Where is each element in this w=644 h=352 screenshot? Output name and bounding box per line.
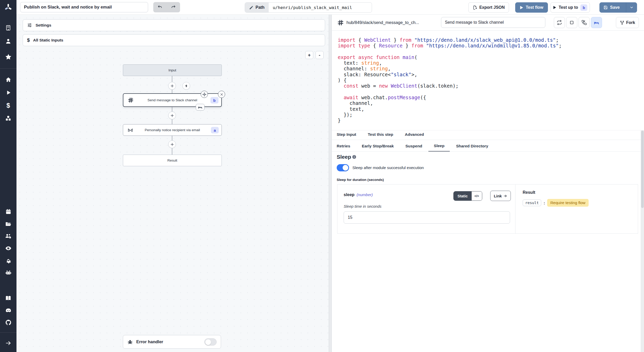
user-icon xyxy=(5,38,12,45)
insert-trigger-button[interactable] xyxy=(182,82,190,90)
save-label: Save xyxy=(610,5,620,10)
edit-path-button[interactable]: Path xyxy=(245,3,269,12)
step-tabs: Step Input Test this step Advanced xyxy=(332,130,641,140)
sleep-toggle[interactable] xyxy=(337,164,349,171)
early-stop-icon-button[interactable] xyxy=(566,17,577,28)
path-value[interactable]: u/henri/publish_slack_wait_mail xyxy=(269,3,372,12)
sidebar-item-schedules[interactable] xyxy=(0,206,16,217)
retries-icon-button[interactable] xyxy=(554,17,565,28)
sidebar-item-workspace[interactable] xyxy=(0,23,16,33)
flow-settings-button[interactable]: Settings xyxy=(23,19,325,31)
sliders-icon xyxy=(27,23,32,28)
hub-script-path[interactable]: hub/849/slack/send_message_to_ch... xyxy=(346,20,419,25)
lightning-icon xyxy=(184,84,188,88)
sidebar-item-audit-logs[interactable] xyxy=(0,243,16,253)
play-icon xyxy=(553,6,556,9)
input-node[interactable]: Input xyxy=(123,64,222,76)
save-button[interactable]: Save xyxy=(600,3,624,12)
bug-icon xyxy=(127,339,133,345)
export-json-button[interactable]: Export JSON xyxy=(468,2,509,13)
tab-retries[interactable]: Retries xyxy=(337,144,350,148)
result-heading: Result xyxy=(523,190,535,195)
field-description: Sleep time in seconds xyxy=(344,204,382,208)
insert-step-button[interactable] xyxy=(168,112,176,119)
fork-button[interactable]: Fork xyxy=(616,17,639,28)
link-button[interactable]: Link xyxy=(490,191,511,201)
edge xyxy=(172,136,172,140)
top-bar: Path u/henri/publish_slack_wait_mail Exp… xyxy=(0,0,644,15)
close-icon xyxy=(220,93,223,96)
file-export-icon xyxy=(473,5,477,10)
folder-open-icon xyxy=(5,221,12,227)
flow-title-input[interactable] xyxy=(20,2,148,12)
redo-button[interactable] xyxy=(167,2,180,12)
sidebar-item-groups[interactable] xyxy=(0,231,16,241)
suspend-icon-button[interactable] xyxy=(579,17,590,28)
sidebar-item-favorites[interactable] xyxy=(0,52,16,62)
sidebar-item-runs[interactable] xyxy=(0,87,16,98)
all-static-inputs-button[interactable]: $ All Static Inputs xyxy=(23,34,325,46)
sidebar-item-docs[interactable] xyxy=(0,293,16,303)
result-colon: : xyxy=(544,201,545,205)
sleep-heading: Sleep xyxy=(337,154,351,160)
tab-early-stop[interactable]: Early Stop/Break xyxy=(362,144,394,148)
sidebar-item-home[interactable] xyxy=(0,74,16,85)
sidebar-item-discord[interactable] xyxy=(0,305,16,315)
result-node[interactable]: Result xyxy=(123,155,222,166)
toggle-knob xyxy=(205,339,211,345)
tab-sleep[interactable]: Sleep xyxy=(428,144,450,152)
static-mode-button[interactable]: Static xyxy=(454,191,472,200)
insert-step-button[interactable] xyxy=(168,140,176,148)
undo-button[interactable] xyxy=(153,2,167,12)
windmill-logo[interactable] xyxy=(0,0,16,15)
tab-shared-directory[interactable]: Shared Directory xyxy=(456,144,488,148)
field-title: sleep (number) xyxy=(344,192,373,197)
panel-scrollbar[interactable] xyxy=(641,130,644,352)
export-json-label: Export JSON xyxy=(479,5,505,10)
step-header: hub/849/slack/send_message_to_ch... xyxy=(332,15,644,31)
move-step-button[interactable] xyxy=(201,91,208,98)
step-name-input[interactable] xyxy=(441,17,545,28)
error-handler-node[interactable]: Error handler xyxy=(123,335,221,349)
zoom-out-button[interactable]: - xyxy=(316,51,324,59)
sidebar-item-resources[interactable] xyxy=(0,113,16,123)
email-step-node[interactable]: Personally notice recipient via email a xyxy=(123,124,222,136)
info-icon[interactable] xyxy=(352,155,356,159)
test-flow-button[interactable]: Test flow xyxy=(515,2,548,13)
sidebar-item-variables[interactable]: $ xyxy=(0,100,16,111)
insert-step-button[interactable] xyxy=(168,82,176,90)
scrollbar-thumb[interactable] xyxy=(641,131,644,208)
test-up-to-button[interactable]: Test up to b xyxy=(550,2,590,13)
flow-canvas[interactable]: Settings $ All Static Inputs + - Input S… xyxy=(16,15,329,352)
tab-advanced[interactable]: Advanced xyxy=(405,132,424,137)
sidebar-item-workers[interactable] xyxy=(0,267,16,278)
code-mode-button[interactable]: </> xyxy=(472,191,482,200)
tab-test-this-step[interactable]: Test this step xyxy=(368,132,393,137)
home-icon xyxy=(5,77,12,83)
sidebar-item-folders[interactable] xyxy=(0,219,16,229)
code-editor[interactable]: import { WebClient } from "https://deno.… xyxy=(332,31,640,130)
delete-step-button[interactable] xyxy=(218,91,225,98)
sidebar-item-settings[interactable] xyxy=(0,255,16,265)
sidebar-item-user[interactable] xyxy=(0,36,16,46)
sleep-seconds-input[interactable] xyxy=(344,211,510,224)
sidebar-divider xyxy=(0,68,16,69)
undo-icon xyxy=(157,4,163,10)
tab-step-input[interactable]: Step Input xyxy=(337,132,356,137)
square-icon xyxy=(569,20,574,25)
panel-resize-handle[interactable] xyxy=(329,15,332,352)
sleep-field-column: sleep (number) Static </> Link Sleep tim… xyxy=(337,185,515,233)
sleep-indicator-button[interactable] xyxy=(196,104,205,111)
sleep-icon-button[interactable] xyxy=(591,17,602,28)
input-mode-toggle: Static </> xyxy=(453,191,482,201)
plus-icon xyxy=(170,114,174,118)
path-group: Path u/henri/publish_slack_wait_mail xyxy=(245,2,372,13)
save-more-button[interactable] xyxy=(626,3,637,12)
sidebar-item-github[interactable] xyxy=(0,317,16,328)
zoom-in-button[interactable]: + xyxy=(305,51,313,59)
field-name: sleep xyxy=(344,192,354,197)
bed-icon xyxy=(594,20,599,25)
sidebar-expand-button[interactable] xyxy=(0,338,16,348)
error-handler-toggle[interactable] xyxy=(204,338,217,346)
tab-suspend[interactable]: Suspend xyxy=(405,144,422,148)
